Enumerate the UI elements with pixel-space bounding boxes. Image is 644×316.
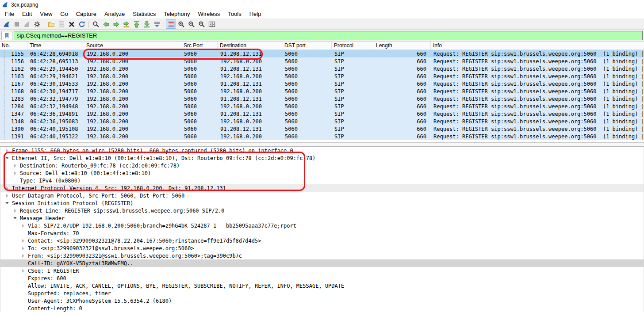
column-header-length[interactable]: Length [373, 42, 431, 49]
go-first-packet-icon[interactable] [131, 19, 142, 29]
tree-toggle-icon[interactable] [20, 224, 26, 228]
column-header-protocol[interactable]: Protocol [332, 42, 373, 49]
save-file-icon[interactable]: 010 [56, 19, 66, 29]
detail-line[interactable]: Destination: Routerbo_09:fc:78 (cc:2d:e0… [0, 162, 644, 169]
menu-item[interactable]: Go [56, 10, 72, 18]
tree-toggle-icon[interactable] [12, 216, 18, 221]
packet-row[interactable]: 1283 06:42:32,194779 192.168.0.200 5060 … [0, 95, 644, 103]
column-header-info[interactable]: Info [431, 42, 644, 49]
tree-toggle-icon[interactable] [20, 261, 26, 266]
tree-toggle-icon[interactable] [12, 209, 18, 213]
tree-toggle-icon[interactable] [4, 186, 10, 190]
tree-toggle-icon[interactable] [20, 276, 26, 281]
detail-line[interactable]: Contact: <sip:329909032321@78.22.204.167… [0, 237, 644, 244]
go-forward-icon[interactable] [111, 19, 121, 29]
menu-item[interactable]: Wireless [194, 10, 224, 18]
packet-row[interactable]: 1284 06:42:32,194948 192.168.0.200 5060 … [0, 103, 644, 110]
tree-toggle-icon[interactable] [20, 231, 26, 236]
menu-item[interactable]: Telephony [160, 10, 194, 18]
column-header-source[interactable]: Source [84, 42, 181, 49]
auto-scroll-icon[interactable] [152, 19, 162, 29]
column-header-no[interactable]: No. [0, 42, 27, 49]
detail-line[interactable]: Message Header [0, 214, 644, 222]
detail-line[interactable]: To: <sip:329909032321@ssw1.brussels.weep… [0, 244, 644, 252]
zoom-in-icon[interactable] [176, 19, 186, 29]
detail-line[interactable]: Via: SIP/2.0/UDP 192.168.0.200:5060;bran… [0, 222, 644, 229]
resize-columns-icon[interactable] [207, 19, 217, 29]
packet-row[interactable]: 1162 06:42:29,194450 192.168.0.200 5060 … [0, 65, 644, 72]
detail-line[interactable]: User-Agent: 3CXPhoneSystem 15.5.6354.2 (… [0, 297, 644, 305]
tree-toggle-icon[interactable] [4, 148, 10, 153]
packet-row[interactable]: 1348 06:42:36,195083 192.168.0.200 5060 … [0, 118, 644, 125]
zoom-out-icon[interactable] [186, 19, 196, 29]
tree-toggle-icon[interactable] [4, 194, 10, 198]
packet-row[interactable]: 1163 06:42:29,194621 192.168.0.200 5060 … [0, 72, 644, 80]
detail-line[interactable]: Call-ID: gAYOX-V5Dyztal3RWMwEMQ.. [0, 259, 644, 267]
capture-options-icon[interactable] [32, 19, 42, 29]
column-header-dst-port[interactable]: DST port [282, 42, 332, 49]
reload-file-icon[interactable] [77, 19, 87, 29]
packet-row[interactable]: 1167 06:42:30,194533 192.168.0.200 5060 … [0, 80, 644, 88]
start-capture-icon[interactable] [1, 19, 12, 29]
open-file-icon[interactable] [46, 19, 56, 29]
column-header-src-port[interactable]: Src Port [181, 42, 218, 49]
detail-line[interactable]: CSeq: 1 REGISTER [0, 267, 644, 274]
column-header-time[interactable]: Time [27, 42, 84, 49]
bookmark-icon [4, 32, 10, 38]
menu-item[interactable]: Statistics [129, 10, 160, 18]
tree-toggle-icon[interactable] [12, 171, 18, 175]
display-filter-input[interactable]: sip.CSeq.method==REGISTER [14, 31, 643, 40]
detail-line[interactable]: Type: IPv4 (0x0800) [0, 177, 644, 184]
detail-line[interactable]: Frame 1155: 660 bytes on wire (5280 bits… [0, 147, 644, 154]
menu-item[interactable]: Edit [18, 10, 36, 18]
tree-toggle-icon[interactable] [20, 254, 26, 258]
tree-toggle-icon[interactable] [20, 306, 26, 311]
pane-splitter[interactable] [0, 142, 644, 147]
menu-item[interactable]: Capture [72, 10, 100, 18]
tree-toggle-icon[interactable] [20, 269, 26, 273]
menu-item[interactable]: View [36, 10, 56, 18]
detail-line[interactable]: Supported: replaces, timer [0, 289, 644, 297]
packet-row[interactable]: 1168 06:42:30,194717 192.168.0.200 5060 … [0, 88, 644, 95]
menu-item[interactable]: Help [245, 10, 265, 18]
menu-item[interactable]: Tools [224, 10, 245, 18]
zoom-normal-icon[interactable] [196, 19, 207, 29]
tree-toggle-icon[interactable] [20, 284, 26, 288]
detail-line[interactable]: Source: Dell_e1:e8:10 (00:1e:4f:e1:e8:10… [0, 169, 644, 177]
detail-line[interactable]: Session Initiation Protocol (REGISTER) [0, 199, 644, 207]
tree-toggle-icon[interactable] [20, 239, 26, 243]
colorize-packets-icon[interactable] [166, 19, 176, 29]
detail-line[interactable]: Max-Forwards: 70 [0, 229, 644, 237]
detail-line[interactable]: Request-Line: REGISTER sip:ssw1.brussels… [0, 207, 644, 214]
detail-line[interactable]: From: <sip:329909032321@ssw1.brussels.we… [0, 252, 644, 259]
tree-toggle-icon[interactable] [4, 156, 10, 160]
packet-row[interactable]: 1156 06:42:28,695113 192.168.0.200 5060 … [0, 57, 644, 65]
detail-line[interactable]: Content-Length: 0 [0, 305, 644, 312]
go-to-packet-icon[interactable] [121, 19, 131, 29]
close-file-icon[interactable] [66, 19, 77, 29]
filter-bookmark-button[interactable] [1, 31, 12, 40]
restart-capture-icon[interactable] [22, 19, 32, 29]
packet-row[interactable]: 1391 06:42:40,195322 192.168.0.200 5060 … [0, 133, 644, 140]
tree-toggle-icon[interactable] [20, 291, 26, 296]
packet-row[interactable]: 1155 06:42:28,694918 192.168.0.200 5060 … [0, 50, 644, 57]
menu-item[interactable]: Analyze [100, 10, 129, 18]
tree-toggle-icon[interactable] [12, 164, 18, 168]
tree-toggle-icon[interactable] [4, 201, 10, 206]
tree-toggle-icon[interactable] [20, 246, 26, 251]
tree-toggle-icon[interactable] [20, 299, 26, 303]
tree-toggle-icon[interactable] [12, 179, 18, 183]
go-last-packet-icon[interactable] [142, 19, 152, 29]
find-packet-icon[interactable] [91, 19, 101, 29]
detail-line[interactable]: Expires: 600 [0, 274, 644, 282]
packet-row[interactable]: 1390 06:42:40,195108 192.168.0.200 5060 … [0, 125, 644, 133]
detail-line[interactable]: Internet Protocol Version 4, Src: 192.16… [0, 184, 644, 192]
detail-line[interactable]: Allow: INVITE, ACK, CANCEL, OPTIONS, BYE… [0, 282, 644, 289]
go-back-icon[interactable] [101, 19, 111, 29]
stop-capture-icon[interactable] [12, 19, 22, 29]
packet-row[interactable]: 1347 06:42:36,194891 192.168.0.200 5060 … [0, 110, 644, 118]
column-header-destination[interactable]: Destination [218, 42, 282, 49]
menu-item[interactable]: File [1, 10, 18, 18]
detail-line[interactable]: Ethernet II, Src: Dell_e1:e8:10 (00:1e:4… [0, 154, 644, 162]
detail-line[interactable]: User Datagram Protocol, Src Port: 5060, … [0, 192, 644, 199]
